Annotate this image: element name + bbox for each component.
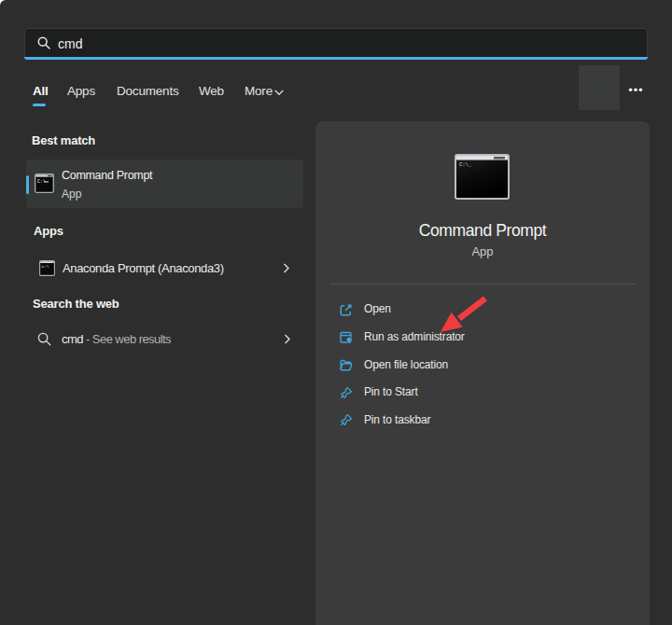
svg-text:C:\_: C:\_ <box>459 161 472 168</box>
svg-text:C:\: C:\ <box>41 264 49 269</box>
